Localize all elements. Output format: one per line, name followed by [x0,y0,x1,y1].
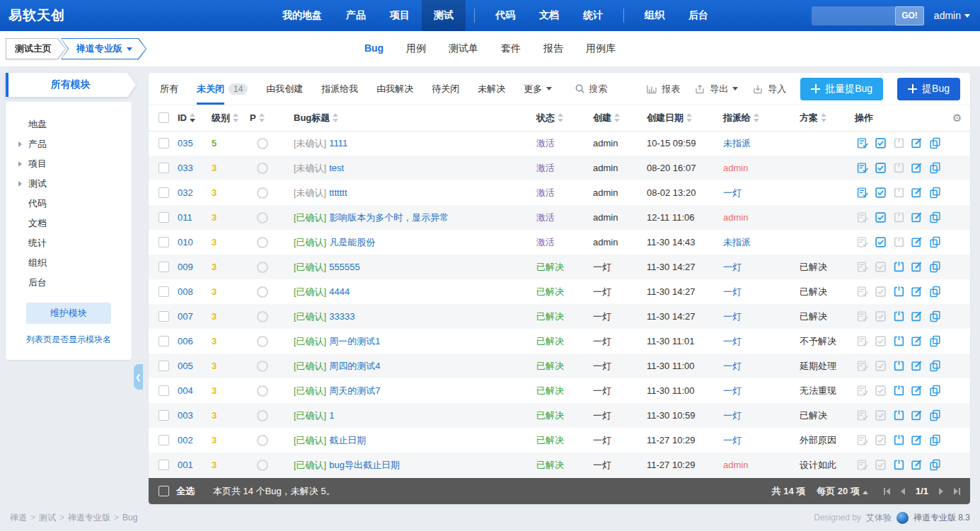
bug-title-link[interactable]: 1111 [329,138,347,148]
select-all-checkbox[interactable] [158,486,169,496]
close-icon[interactable] [891,161,906,176]
copy-icon[interactable] [928,334,943,349]
go-button[interactable]: GO! [895,6,924,25]
table-header-cell[interactable] [949,105,970,131]
edit-icon[interactable] [909,309,925,325]
more-dropdown[interactable]: 更多 [524,83,552,95]
bug-title-link[interactable]: 周一的测试1 [329,336,380,346]
row-checkbox[interactable] [158,237,169,247]
confirm-icon[interactable] [855,457,870,473]
table-header-cell[interactable]: 操作 [851,105,949,131]
import-button[interactable]: 导入 [752,83,786,95]
sidebar-item[interactable]: 地盘 [17,115,120,134]
bug-title-link[interactable]: ttttttt [329,187,347,198]
bug-title-link[interactable]: 截止日期 [329,435,366,445]
table-header-cell[interactable]: 级别 [208,105,246,131]
edit-icon[interactable] [909,284,925,300]
footer-breadcrumb-link[interactable]: 禅道 [10,513,27,523]
resolve-icon[interactable] [873,235,889,250]
sort-arrows-icon[interactable] [821,113,827,122]
toggle-module-name-link[interactable]: 列表页是否显示模块名 [17,334,120,346]
table-header-cell[interactable]: 创建 [589,105,643,131]
copy-icon[interactable] [928,383,943,399]
row-checkbox[interactable] [158,336,169,346]
brand-link[interactable]: 艾体验 [866,512,892,524]
confirm-icon[interactable] [855,235,870,250]
confirm-icon[interactable] [855,358,870,374]
bug-id-link[interactable]: 035 [178,138,193,148]
table-header-cell[interactable]: ID [174,105,208,131]
resolve-icon[interactable] [873,284,889,300]
bug-title-link[interactable]: 33333 [329,311,354,322]
bug-title-link[interactable]: 1 [329,410,334,421]
assigned-to-link[interactable]: admin [723,163,748,173]
row-checkbox[interactable] [158,460,169,470]
breadcrumb-product-tab[interactable]: 禅道专业版 [61,38,146,59]
bug-id-link[interactable]: 009 [178,262,193,272]
row-checkbox[interactable] [158,286,169,297]
resolve-icon[interactable] [873,334,889,349]
assigned-to-link[interactable]: 一灯 [723,361,742,371]
filter-tab[interactable]: 未关闭 14 [197,74,248,105]
close-icon[interactable] [891,284,906,300]
close-icon[interactable] [891,235,906,250]
filter-tab[interactable]: 所有 [160,74,178,105]
bug-id-link[interactable]: 010 [178,237,193,247]
assigned-to-link[interactable]: 一灯 [723,286,742,297]
confirm-icon[interactable] [855,383,870,399]
confirm-icon[interactable] [855,309,870,325]
bug-id-link[interactable]: 003 [178,410,193,421]
copy-icon[interactable] [928,433,943,448]
bug-id-link[interactable]: 005 [178,361,193,371]
bug-title-link[interactable]: 周天的测试7 [329,385,380,396]
row-checkbox[interactable] [158,163,169,173]
nav-menu-item[interactable] [474,8,475,23]
sidebar-item[interactable]: 组织 [17,253,120,273]
assigned-to-link[interactable]: admin [723,460,748,470]
bug-id-link[interactable]: 004 [178,385,193,396]
copy-icon[interactable] [928,259,943,275]
edit-icon[interactable] [909,161,925,176]
search-filter[interactable]: 搜索 [575,83,607,95]
confirm-icon[interactable] [855,161,870,176]
edit-icon[interactable] [909,433,925,448]
assigned-to-link[interactable]: 一灯 [723,311,742,322]
confirm-icon[interactable] [855,433,870,448]
gear-icon[interactable] [952,113,962,124]
filter-tab[interactable]: 由我解决 [376,74,413,105]
filter-tab[interactable]: 未解决 [478,74,505,105]
assigned-to-link[interactable]: 一灯 [723,435,742,445]
nav-menu-item[interactable]: 代码 [483,0,527,31]
copy-icon[interactable] [928,358,943,374]
sort-arrows-icon[interactable] [558,113,564,122]
bug-title-link[interactable]: test [329,163,344,173]
table-header-cell[interactable]: Bug标题 [290,105,533,131]
maintain-modules-button[interactable]: 维护模块 [26,303,111,324]
module-tab[interactable]: 测试单 [449,42,478,55]
row-checkbox[interactable] [158,311,169,322]
assigned-to-link[interactable]: admin [723,212,748,223]
table-header-cell[interactable]: 指派给 [720,105,796,131]
export-dropdown[interactable]: 导出 [694,83,738,95]
confirm-icon[interactable] [855,334,870,349]
confirm-icon[interactable] [855,284,870,300]
resolve-icon[interactable] [873,309,889,325]
row-checkbox[interactable] [158,361,169,371]
bug-id-link[interactable]: 032 [178,187,193,198]
sort-arrows-icon[interactable] [686,113,693,122]
module-tab[interactable]: 报告 [543,42,563,55]
breadcrumb-home-tab[interactable]: 测试主页 [6,38,66,59]
confirm-icon[interactable] [855,408,870,424]
close-icon[interactable] [891,358,906,374]
row-checkbox[interactable] [158,212,169,223]
edit-icon[interactable] [909,136,925,151]
sort-arrows-icon[interactable] [233,113,239,122]
row-checkbox[interactable] [158,385,169,396]
prev-page-button[interactable] [901,488,905,495]
assigned-to-link[interactable]: 未指派 [723,138,751,148]
edit-icon[interactable] [909,457,925,473]
copy-icon[interactable] [928,457,943,473]
row-checkbox[interactable] [158,262,169,272]
bug-id-link[interactable]: 008 [178,286,193,297]
assigned-to-link[interactable]: 一灯 [723,385,742,396]
